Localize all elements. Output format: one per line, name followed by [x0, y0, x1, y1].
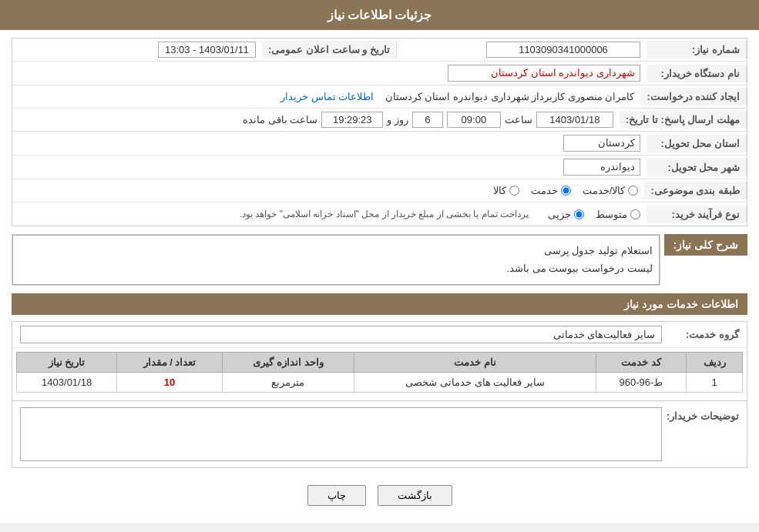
page-title: جزئیات اطلاعات نیاز — [327, 8, 432, 22]
response-days: 6 — [412, 112, 443, 128]
description-content: استعلام تولید جدول پرسی لیست درخواست بیو… — [12, 235, 660, 285]
response-remaining-label: ساعت باقی مانده — [243, 114, 317, 125]
description-outer: شرح کلی نیاز: استعلام تولید جدول پرسی لی… — [12, 234, 747, 286]
creator-text: کامران منصوری کاربرداز شهرداری دیواندره … — [385, 91, 635, 102]
category-option-kala-khedmat[interactable]: کالا/خدمت — [583, 185, 639, 196]
category-option-kala[interactable]: کالا — [493, 185, 519, 196]
category-label: طبقه بندی موضوعی: — [644, 182, 747, 199]
delivery-province-value: کردستان — [12, 132, 646, 155]
button-row: بازگشت چاپ — [12, 476, 747, 515]
category-label-kala: کالا — [493, 185, 506, 196]
page-header: جزئیات اطلاعات نیاز — [0, 0, 759, 30]
table-container: ردیف کد خدمت نام خدمت واحد اندازه گیری ت… — [12, 352, 747, 396]
process-note: پرداخت تمام یا بخشی از مبلغ خریدار از مح… — [240, 209, 529, 219]
table-header: ردیف کد خدمت نام خدمت واحد اندازه گیری ت… — [17, 352, 743, 372]
response-deadline-label: مهلت ارسال پاسخ: تا تاریخ: — [620, 111, 747, 129]
table-body: 1 ط-96-960 سایر فعالیت های خدماتی شخصی م… — [17, 372, 743, 392]
response-days-label: روز و — [387, 114, 408, 125]
service-section: گروه خدمت: سایر فعالیت‌های خدماتی ردیف ک… — [12, 321, 747, 468]
description-section-title: شرح کلی نیاز: — [664, 234, 747, 256]
delivery-city-value: دیواندره — [12, 156, 646, 179]
delivery-province-box: کردستان — [563, 135, 640, 152]
table-row: 1 ط-96-960 سایر فعالیت های خدماتی شخصی م… — [17, 372, 743, 392]
buyer-org-value: شهرداری دیواندره استان کردستان — [12, 62, 646, 85]
main-info-section: شماره نیاز: 1103090341000006 تاریخ و ساع… — [12, 38, 747, 226]
category-radio-group: کالا/خدمت خدمت کالا — [12, 182, 644, 199]
delivery-city-row: شهر محل تحویل: دیواندره — [12, 156, 747, 179]
delivery-province-row: استان محل تحویل: کردستان — [12, 132, 747, 156]
category-label-kala-khedmat: کالا/خدمت — [583, 185, 626, 196]
cell-service-code: ط-96-960 — [596, 372, 686, 392]
response-time-label: ساعت — [505, 114, 532, 125]
request-number-value: 1103090341000006 — [397, 38, 646, 61]
buyer-org-box: شهرداری دیواندره استان کردستان — [448, 65, 640, 82]
process-radio-motavasset[interactable] — [630, 209, 640, 219]
process-label: نوع فرآیند خرید: — [646, 206, 747, 223]
process-row: نوع فرآیند خرید: متوسط جزیی پرداخت تمام … — [12, 202, 747, 226]
response-time-box: 09:00 — [447, 112, 501, 128]
col-row-number: ردیف — [687, 352, 743, 372]
announce-date-value: 1403/01/11 - 13:03 — [12, 41, 262, 59]
col-service-name: نام خدمت — [354, 352, 596, 372]
process-label-motavasset: متوسط — [596, 209, 627, 220]
response-remaining-box: 19:29:23 — [321, 112, 383, 128]
service-info-section-title: اطلاعات خدمات مورد نیاز — [12, 293, 747, 315]
col-date: تاریخ نیاز — [17, 352, 117, 372]
creator-value: کامران منصوری کاربرداز شهرداری دیواندره … — [12, 88, 640, 105]
process-label-jozii: جزیی — [548, 209, 571, 220]
category-option-khedmat[interactable]: خدمت — [531, 185, 571, 196]
back-button[interactable]: بازگشت — [378, 485, 452, 506]
announce-date-label: تاریخ و ساعت اعلان عمومی: — [262, 41, 397, 59]
print-button[interactable]: چاپ — [307, 485, 366, 506]
request-number-row: شماره نیاز: 1103090341000006 تاریخ و ساع… — [12, 38, 747, 62]
col-service-code: کد خدمت — [596, 352, 686, 372]
category-radio-khedmat[interactable] — [561, 186, 571, 196]
category-radio-kala[interactable] — [509, 186, 519, 196]
delivery-city-box: دیواندره — [563, 159, 640, 176]
description-label: شرح کلی نیاز: — [673, 239, 738, 251]
service-group-value: سایر فعالیت‌های خدماتی — [20, 326, 662, 343]
content-area: شماره نیاز: 1103090341000006 تاریخ و ساع… — [0, 30, 759, 523]
group-service-row: گروه خدمت: سایر فعالیت‌های خدماتی — [12, 322, 747, 348]
buyer-notes-label: توضیحات خریدار: — [662, 407, 739, 422]
response-date-box: 1403/01/18 — [536, 112, 613, 128]
description-box-container: استعلام تولید جدول پرسی لیست درخواست بیو… — [12, 234, 660, 286]
page-container: جزئیات اطلاعات نیاز شماره نیاز: 11030903… — [0, 0, 759, 523]
cell-quantity: 10 — [117, 372, 222, 392]
delivery-city-label: شهر محل تحویل: — [646, 159, 747, 176]
cell-date: 1403/01/18 — [17, 372, 117, 392]
description-text1: استعلام تولید جدول پرسی — [19, 242, 653, 259]
process-radio-jozii[interactable] — [574, 209, 584, 219]
process-option-motavasset[interactable]: متوسط — [596, 209, 640, 220]
col-quantity: تعداد / مقدار — [117, 352, 222, 372]
description-text2: لیست درخواست بیوست می باشد. — [19, 259, 653, 277]
buyer-notes-section: توضیحات خریدار: — [12, 400, 747, 467]
process-option-jozii[interactable]: جزیی — [548, 209, 584, 220]
buyer-org-row: نام دستگاه خریدار: شهرداری دیواندره استا… — [12, 62, 747, 85]
buyer-org-label: نام دستگاه خریدار: — [646, 65, 747, 82]
response-deadline-row: مهلت ارسال پاسخ: تا تاریخ: 1403/01/18 سا… — [12, 109, 747, 132]
category-radio-kala-khedmat[interactable] — [628, 186, 638, 196]
creator-contact-link[interactable]: اطلاعات تماس خریدار — [280, 91, 374, 102]
cell-row-number: 1 — [687, 372, 743, 392]
response-deadline-value: 1403/01/18 ساعت 09:00 6 روز و 19:29:23 س… — [12, 109, 620, 131]
cell-service-name: سایر فعالیت های خدماتی شخصی — [354, 372, 596, 392]
creator-label: ایجاد کننده درخواست: — [640, 88, 747, 105]
request-number-label: شماره نیاز: — [646, 41, 747, 59]
table-header-row: ردیف کد خدمت نام خدمت واحد اندازه گیری ت… — [17, 352, 743, 372]
announce-date-box: 1403/01/11 - 13:03 — [158, 42, 256, 58]
buyer-notes-textarea[interactable] — [20, 407, 662, 461]
request-number-box: 1103090341000006 — [486, 42, 640, 58]
col-unit: واحد اندازه گیری — [222, 352, 354, 372]
delivery-province-label: استان محل تحویل: — [646, 135, 747, 152]
creator-row: ایجاد کننده درخواست: کامران منصوری کاربر… — [12, 85, 747, 109]
service-group-label: گروه خدمت: — [662, 329, 739, 340]
category-row: طبقه بندی موضوعی: کالا/خدمت خدمت کالا — [12, 179, 747, 202]
services-table: ردیف کد خدمت نام خدمت واحد اندازه گیری ت… — [16, 352, 743, 393]
cell-unit: مترمربع — [222, 372, 354, 392]
process-radio-group: متوسط جزیی پرداخت تمام یا بخشی از مبلغ خ… — [12, 206, 646, 223]
category-label-khedmat: خدمت — [531, 185, 558, 196]
